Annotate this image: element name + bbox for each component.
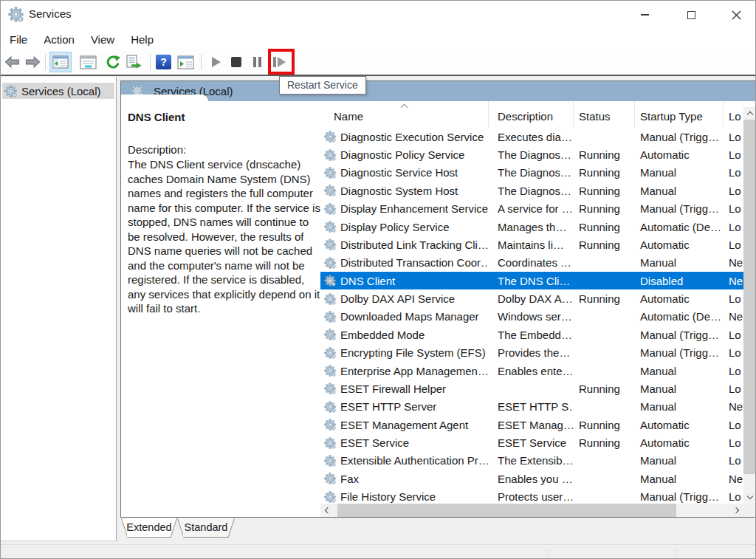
show-console-tree-button[interactable] [49, 52, 72, 72]
column-header-status[interactable]: Status [574, 101, 635, 128]
forward-button[interactable] [25, 56, 41, 68]
service-gear-icon [324, 365, 336, 377]
pause-service-button[interactable] [252, 57, 262, 67]
table-row[interactable]: Distributed Link Tracking Cli… Maintains… [320, 236, 745, 253]
table-row[interactable]: ESET HTTP Server ESET HTTP S… Manual Ne [320, 398, 745, 416]
table-row[interactable]: Display Policy Service Manages th… Runni… [320, 218, 745, 236]
table-row[interactable]: Diagnostic Service Host The Diagnos… Run… [320, 164, 745, 182]
table-row[interactable]: Fax Enables you … Manual Ne [320, 470, 745, 487]
export-list-button[interactable] [126, 55, 142, 69]
tab-standard[interactable]: Standard [176, 518, 236, 538]
service-description: Enables you … [489, 470, 574, 487]
scroll-down-button[interactable] [743, 491, 756, 504]
service-gear-icon [324, 185, 336, 196]
service-status [574, 308, 635, 326]
service-name: Distributed Transaction Coor… [340, 256, 489, 269]
pause-service-icon [253, 57, 256, 67]
description-label: Description: [128, 143, 186, 156]
table-row[interactable]: Display Enhancement Service A service fo… [320, 200, 745, 218]
service-startup-type: Automatic [635, 145, 724, 163]
close-button[interactable] [719, 1, 753, 29]
table-row[interactable]: ESET Service ESET Service Running Automa… [320, 433, 745, 451]
table-row[interactable]: Diagnostic Policy Service The Diagnos… R… [320, 145, 745, 163]
forward-arrow-icon [25, 56, 41, 68]
menu-bar: File Action View Help [1, 29, 755, 49]
service-logon: Lo [724, 416, 745, 433]
vertical-scrollbar[interactable] [743, 107, 756, 504]
service-logon: Lo [724, 164, 745, 182]
description-pane: DNS Client Description: The DNS Client s… [121, 101, 320, 517]
stop-service-button[interactable] [231, 57, 241, 67]
services-list: Name Description Status Startup Type Lo … [320, 101, 756, 517]
toolbar-separator [201, 54, 202, 70]
service-logon: Ne [724, 308, 745, 326]
menu-action[interactable]: Action [35, 30, 83, 49]
maximize-button[interactable] [674, 1, 708, 29]
table-row[interactable]: Downloaded Maps Manager Windows ser… Aut… [320, 308, 745, 326]
horizontal-scrollbar[interactable] [320, 504, 743, 517]
scroll-up-button[interactable] [743, 107, 756, 120]
help-button[interactable] [156, 55, 171, 69]
service-gear-icon [324, 347, 336, 359]
table-row[interactable]: ESET Firewall Helper Running Manual Lo [320, 380, 745, 397]
toolbar-separator [150, 54, 151, 70]
service-logon: Ne [724, 254, 745, 272]
table-row[interactable]: DNS Client The DNS Cli… Disabled Ne [320, 272, 745, 289]
service-description: ESET Service [489, 433, 574, 451]
service-status: Running [574, 218, 635, 236]
column-header-logon[interactable]: Lo [724, 101, 745, 128]
menu-help[interactable]: Help [123, 30, 162, 49]
service-name: ESET HTTP Server [340, 400, 436, 413]
tab-extended[interactable]: Extended [120, 518, 178, 538]
horizontal-scrollbar-thumb[interactable] [337, 504, 676, 517]
table-row[interactable]: Embedded Mode The Embedd… Manual (Trigg…… [320, 326, 745, 343]
table-row[interactable]: Enterprise App Managemen… Enables ente… … [320, 362, 745, 380]
service-description-text: The DNS Client service (dnscache) caches… [128, 157, 323, 316]
scroll-left-button[interactable] [320, 504, 333, 517]
main-area: Services (Local) Services (Local) DNS Cl… [1, 76, 755, 558]
service-description: The DNS Cli… [489, 272, 574, 289]
refresh-button[interactable] [105, 55, 121, 69]
service-status: Running [574, 289, 635, 307]
service-startup-type: Manual (Trigg… [635, 344, 724, 362]
results-panel: Services (Local) DNS Client Description:… [120, 80, 756, 518]
show-action-pane-button[interactable] [177, 55, 194, 69]
table-row[interactable]: ESET Management Agent ESET Manag… Runnin… [320, 416, 745, 433]
menu-file[interactable]: File [1, 30, 35, 49]
table-row[interactable]: Encrypting File System (EFS) Provides th… [320, 344, 745, 362]
table-row[interactable]: Diagnostic Execution Service Executes di… [320, 128, 745, 145]
services-rows: Diagnostic Execution Service Executes di… [320, 128, 745, 506]
back-button[interactable] [4, 56, 20, 68]
column-header-startup-type[interactable]: Startup Type [635, 101, 724, 128]
scroll-right-button[interactable] [731, 504, 743, 517]
menu-view[interactable]: View [83, 30, 123, 49]
service-name: File History Service [340, 490, 436, 503]
service-name: ESET Service [340, 436, 409, 449]
column-header-row: Name Description Status Startup Type Lo [320, 101, 745, 128]
service-gear-icon [324, 203, 336, 215]
table-row[interactable]: Distributed Transaction Coor… Coordinate… [320, 254, 745, 272]
chevron-left-icon [325, 507, 331, 513]
service-status [574, 128, 635, 145]
table-row[interactable]: Dolby DAX API Service Dolby DAX A… Runni… [320, 289, 745, 307]
toolbar [1, 49, 755, 75]
service-gear-icon [324, 239, 336, 250]
service-gear-icon [324, 437, 336, 449]
service-gear-icon [324, 383, 336, 394]
vertical-scrollbar-thumb[interactable] [743, 120, 756, 474]
start-service-button[interactable] [212, 57, 221, 67]
stop-service-icon [231, 57, 241, 67]
service-description: Maintains li… [489, 236, 574, 253]
service-name: Embedded Mode [340, 329, 425, 341]
table-row[interactable]: Extensible Authentication Pr… The Extens… [320, 452, 745, 470]
panel-header: Services (Local) [121, 81, 756, 101]
service-startup-type: Manual (Trigg… [635, 326, 724, 343]
service-status [574, 254, 635, 272]
export-list-icon [126, 55, 142, 69]
tree-item-services-local[interactable]: Services (Local) [2, 83, 114, 99]
column-header-description[interactable]: Description [489, 101, 574, 128]
service-startup-type: Manual [635, 254, 724, 272]
table-row[interactable]: Diagnostic System Host The Diagnos… Runn… [320, 182, 745, 199]
minimize-button[interactable] [628, 1, 662, 29]
properties-button[interactable] [80, 55, 97, 69]
